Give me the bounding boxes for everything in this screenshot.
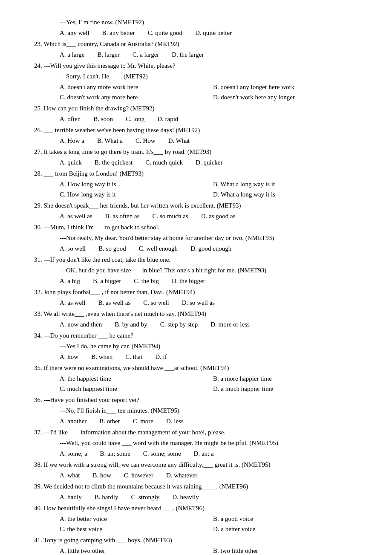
option-c: C. so well: [143, 298, 169, 308]
option-b: B. other: [99, 416, 120, 426]
option-d: D. What: [168, 136, 190, 146]
question-39: 39. We decided not to climb the mountain…: [34, 481, 366, 502]
option-d: D. a much happier time: [213, 384, 366, 394]
option-c: C. a larger: [133, 49, 159, 60]
option-b: B. What a long way is it: [213, 179, 366, 189]
option-b: B. an; some: [100, 448, 130, 459]
option-b: B. doesn't any longer here work: [213, 82, 366, 92]
option-a: A. so well: [60, 243, 86, 254]
option-a: A. another: [60, 416, 86, 426]
option-c: C. strongly: [131, 492, 160, 502]
option-d: D. heavily: [172, 492, 199, 502]
option-a: A. doesn't any more work here: [60, 82, 213, 92]
option-b: B. two little other: [213, 546, 366, 555]
question-sub: ---Yes I do, he came by car. (NMET94): [34, 341, 366, 351]
option-d: D. so well as: [182, 298, 215, 308]
option-d: D. a better voice: [213, 524, 366, 534]
option-b: B. when: [91, 352, 112, 362]
question-text: 25. How can you finish the drawing? (MET…: [34, 103, 366, 113]
options-row: A. so well B. so good C. well enough D. …: [34, 243, 366, 254]
question-41: 41. Tony is going camping with ___ boys.…: [34, 535, 366, 555]
option-b: B. a good voice: [213, 514, 366, 524]
question-text: 41. Tony is going camping with ___ boys.…: [34, 535, 366, 545]
option-d: D. more or less: [210, 319, 250, 330]
option-b: B. so good: [98, 243, 126, 254]
option-b: B. the quickest: [95, 157, 133, 168]
question-28: 28. ___ from Beijing to London! (MET93) …: [34, 168, 366, 199]
question-text: 38. If we work with a strong will, we ca…: [34, 460, 366, 470]
question-30: 30. ---Mum, I think I'm___ to get back t…: [34, 222, 366, 254]
option-d: D. What a long way it is: [213, 189, 366, 199]
option-d: D. quicker: [196, 157, 222, 168]
option-b: B. by and by: [115, 319, 147, 330]
option-a: A. often: [60, 114, 81, 124]
question-text: 35. If there were no examinations, we sh…: [34, 363, 366, 373]
option-a: A. any well: [60, 28, 89, 38]
question-35: 35. If there were no examinations, we sh…: [34, 363, 366, 394]
option-d: D. rapid: [157, 114, 178, 124]
question-sub: ---No, I'll finish in___ ten minutes. (N…: [34, 405, 366, 416]
question-text: 23. Which is___ country, Canada or Austr…: [34, 39, 366, 49]
question-23: 23. Which is___ country, Canada or Austr…: [34, 39, 366, 60]
option-a: A. how: [60, 352, 78, 362]
option-c: C. step by step: [160, 319, 198, 330]
option-c: C. some; some: [143, 448, 181, 459]
option-c: C. however: [124, 470, 153, 480]
options-row: A. any well B. any better C. quite good …: [34, 28, 366, 38]
option-d: D. doesn't work here any longer: [213, 92, 366, 102]
question-26: 26. ___ terrible weather we've been havi…: [34, 125, 366, 146]
option-c: C. much happiest time: [60, 384, 213, 394]
option-d: D. less: [166, 416, 184, 426]
option-a: A. How a: [60, 136, 84, 146]
exam-content: ---Yes, I' m fine now. (NMET92) A. any w…: [34, 17, 366, 555]
option-b: B. a bigger: [93, 276, 121, 286]
options-row: A. quick B. the quickest C. much quick D…: [34, 157, 366, 168]
option-c: C. the big: [134, 276, 159, 286]
question-25: 25. How can you finish the drawing? (MET…: [34, 103, 366, 124]
options-row: A. some; a B. an; some C. some; some D. …: [34, 448, 366, 459]
options-row: A. badly B. hardly C. strongly D. heavil…: [34, 492, 366, 502]
options-row: A. what B. how C. however D. whatever: [34, 470, 366, 480]
option-d: D. quite better: [195, 28, 232, 38]
option-b: B. as often as: [105, 211, 140, 221]
option-b: B. as well as: [98, 298, 130, 308]
question-24: 24. ---Will you give this message to Mr.…: [34, 61, 366, 102]
question-text: 26. ___ terrible weather we've been havi…: [34, 125, 366, 135]
question-text: 28. ___ from Beijing to London! (MET93): [34, 168, 366, 179]
option-b: B. any better: [102, 28, 135, 38]
question-sub: ---Well, you could have ___ word with th…: [34, 438, 366, 448]
option-c: C. quite good: [148, 28, 182, 38]
options-2col: A. the happiest time B. a more happier t…: [34, 373, 366, 394]
options-row: A. another B. other C. more D. less: [34, 416, 366, 426]
option-d: D. the bigger: [172, 276, 205, 286]
option-c: C. How long way is it: [60, 189, 213, 199]
question-text: 24. ---Will you give this message to Mr.…: [34, 61, 366, 71]
option-a: A. little two other: [60, 546, 213, 555]
question-text: 33. We all write___ ,even when there's n…: [34, 309, 366, 319]
option-a: A. as well: [60, 298, 85, 308]
option-c: C. well enough: [139, 243, 178, 254]
option-d: D. the larger: [172, 49, 204, 60]
question-text: 27. It takes a long time to go there by …: [34, 147, 366, 157]
option-b: B. larger: [97, 49, 119, 60]
options-row: A. as well B. as well as C. so well D. s…: [34, 298, 366, 308]
question-text: 34. ---Do you remember ___ he came?: [34, 330, 366, 341]
options-row: A. a big B. a bigger C. the big D. the b…: [34, 276, 366, 286]
option-c: C. long: [126, 114, 144, 124]
option-d: D. if: [155, 352, 167, 362]
options-2col: A. little two other B. two little other …: [34, 546, 366, 555]
question-text: 30. ---Mum, I think I'm___ to get back t…: [34, 222, 366, 232]
options-row: A. as well as B. as often as C. so much …: [34, 211, 366, 221]
question-intro: ---Yes, I' m fine now. (NMET92) A. any w…: [34, 17, 366, 38]
options-row: A. often B. soon C. long D. rapid: [34, 114, 366, 124]
question-text: ---Yes, I' m fine now. (NMET92): [34, 17, 366, 27]
question-40: 40. How beautifully she sings! I have ne…: [34, 503, 366, 534]
option-a: A. some; a: [60, 448, 87, 459]
option-d: D. whatever: [166, 470, 197, 480]
option-a: A. How long way it is: [60, 179, 213, 189]
option-a: A. what: [60, 470, 80, 480]
question-text: 40. How beautifully she sings! I have ne…: [34, 503, 366, 513]
option-c: C. How: [135, 136, 156, 146]
question-32: 32. John plays footbal___ , if not bette…: [34, 287, 366, 308]
option-a: A. a large: [60, 49, 84, 60]
